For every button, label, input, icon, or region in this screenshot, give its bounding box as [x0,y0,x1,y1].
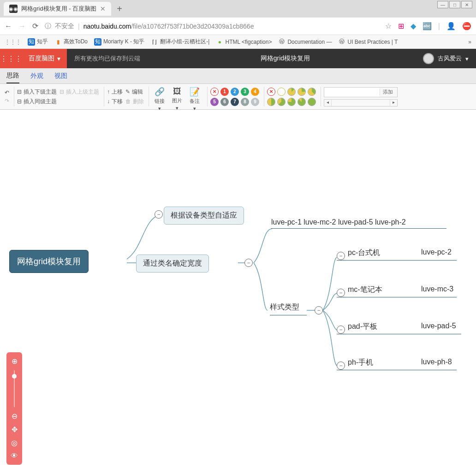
collapse-toggle[interactable]: − [337,252,345,260]
edit-button[interactable]: ✎ 编辑 [125,88,143,96]
forward-button[interactable]: → [18,22,26,30]
collapse-toggle[interactable]: − [155,210,163,219]
insert-parent-button[interactable]: ⊟ 插入上级主题 [60,88,99,96]
mindmap-leaf[interactable]: luve-pc-1 luve-mc-2 luve-pad-5 luve-ph-2 [271,218,446,229]
priority-dot[interactable]: 9 [251,98,259,106]
url-input[interactable]: ⓘ 不安全 | naotu.baidu.com/file/a10762f753f… [45,22,379,30]
avatar [423,53,434,64]
chevron-down-icon: ▾ [465,55,469,62]
delete-button[interactable]: 🗑 删除 [125,98,144,106]
brand-menu[interactable]: 百度脑图 ▾ [22,49,67,68]
progress-clear-icon[interactable]: ✕ [267,88,275,96]
add-tag-button[interactable]: 添加 [380,89,396,95]
mindmap-root-node[interactable]: 网格grid模块复用 [9,250,89,273]
mindmap-leaf[interactable]: ph-手机 [348,358,399,370]
tab-view[interactable]: 视图 [54,69,67,83]
progress-dot[interactable] [308,98,316,106]
back-button[interactable]: ← [5,22,12,30]
minimize-button[interactable]: — [437,1,448,8]
user-menu[interactable]: 古风爱云 ▾ [423,53,476,64]
move-up-button[interactable]: ↑ 上移 [107,88,123,96]
bookmark-item[interactable]: ⓌUI Best Practices | T [338,38,398,46]
profile-icon[interactable]: 👤 [446,22,456,30]
fit-button[interactable]: ✥ [12,425,18,434]
priority-dot[interactable]: 3 [241,88,249,96]
maximize-button[interactable]: □ [449,1,460,8]
priority-dot[interactable]: 8 [241,98,249,106]
tab-close-icon[interactable]: ✕ [100,5,106,12]
extension-icon[interactable]: ⊞ [398,22,404,30]
mindmap-leaf[interactable]: luve-pad-5 [417,322,456,333]
tag-field[interactable] [324,88,380,97]
insert-child-button[interactable]: ⊟ 插入下级主题 [17,88,57,96]
insert-sibling-button[interactable]: ⊟ 插入同级主题 [17,98,57,106]
move-down-button[interactable]: ↓ 下移 [107,98,123,106]
bookmark-item[interactable]: 知Moriarty K - 知乎 [94,38,144,46]
undo-button[interactable]: ↶ [5,89,9,96]
mindmap-leaf[interactable]: luve-pc-2 [417,248,452,259]
priority-dot[interactable]: 1 [220,88,229,96]
document-title: 网格grid模块复用 [148,54,423,63]
extension-icon-2[interactable]: ◆ [411,22,416,30]
link-button[interactable]: 🔗链接 ▾ [152,87,167,107]
bookmark-item[interactable]: ▮高效ToDo [54,38,88,46]
progress-dot[interactable] [277,88,286,96]
close-window-button[interactable]: ✕ [461,1,472,8]
priority-dot[interactable]: 7 [231,98,239,106]
mindmap-leaf[interactable]: pc-台式机 [348,248,399,261]
new-tab-button[interactable]: + [111,4,128,14]
priority-clear-icon[interactable]: ✕ [210,88,219,96]
progress-dot[interactable] [287,88,296,96]
collapse-toggle[interactable]: − [315,306,323,314]
tab-thought[interactable]: 思路 [6,69,19,83]
priority-dot[interactable]: 2 [231,88,239,96]
zoom-slider[interactable] [14,370,15,407]
overflow-icon[interactable]: » [468,39,471,45]
progress-dot[interactable] [287,98,296,106]
progress-dot[interactable] [267,98,275,106]
collapse-toggle[interactable]: − [244,259,253,267]
preview-button[interactable]: 👁 [11,452,18,460]
mindmap-leaf[interactable]: mc-笔记本 [348,285,399,297]
collapse-toggle[interactable]: − [337,361,345,370]
locate-button[interactable]: ◎ [11,438,18,447]
mindmap-node[interactable]: 根据设备类型自适应 [164,207,244,225]
redo-button[interactable]: ↷ [5,98,9,104]
tag-group: 添加 ◂▸ [324,87,402,107]
progress-dot[interactable] [308,88,316,96]
reload-button[interactable]: ⟳ [32,22,38,30]
progress-dot[interactable] [298,88,306,96]
translate-icon[interactable]: 🔤 [422,22,432,30]
image-button[interactable]: 🖼图片 ▾ [169,87,185,107]
bookmark-item[interactable]: ●HTML <figcaption> [216,38,272,46]
collapse-toggle[interactable]: − [337,326,345,334]
star-icon[interactable]: ☆ [385,22,392,30]
priority-dot[interactable]: 5 [210,98,219,106]
zoom-in-button[interactable]: ⊕ [12,357,18,366]
mindmap-leaf[interactable]: luve-ph-8 [417,358,452,369]
app-menu-button[interactable]: ⋮⋮⋮ [0,49,22,68]
apps-icon[interactable]: ⋮⋮⋮ [5,39,21,45]
priority-dot[interactable]: 6 [220,98,229,106]
zoom-out-button[interactable]: ⊖ [12,412,18,421]
bookmark-item[interactable]: 知知乎 [28,38,48,46]
mindmap-leaf[interactable]: pad-平板 [348,322,399,334]
bookmark-item[interactable]: ⌈⌋翻译小组-云栖社区-| [151,38,209,46]
mindmap-node[interactable]: 样式类型 [270,302,307,315]
tag-input[interactable]: 添加 [324,87,398,97]
mindmap-node[interactable]: 通过类名确定宽度 [136,255,209,273]
site-info-icon[interactable]: ⓘ [45,22,51,30]
mindmap-canvas[interactable]: 网格grid模块复用 − 根据设备类型自适应 luve-pc-1 luve-mc… [0,110,476,474]
priority-dot[interactable]: 4 [251,88,259,96]
progress-dot[interactable] [277,98,286,106]
collapse-toggle[interactable]: − [337,289,345,297]
mini-scrollbar[interactable]: ◂▸ [324,99,398,107]
chevron-down-icon: ▾ [57,55,60,62]
tab-appearance[interactable]: 外观 [30,69,43,83]
mindmap-leaf[interactable]: luve-mc-3 [417,285,453,296]
note-button[interactable]: 📝备注 ▾ [187,87,202,107]
progress-dot[interactable] [298,98,306,106]
ext-block-icon[interactable]: ⛔ [462,22,471,30]
bookmark-item[interactable]: ⓌDocumentation — [278,38,332,46]
browser-tab[interactable]: ◉◉ 网格grid模块复用 - 百度脑图 ✕ [4,2,111,16]
